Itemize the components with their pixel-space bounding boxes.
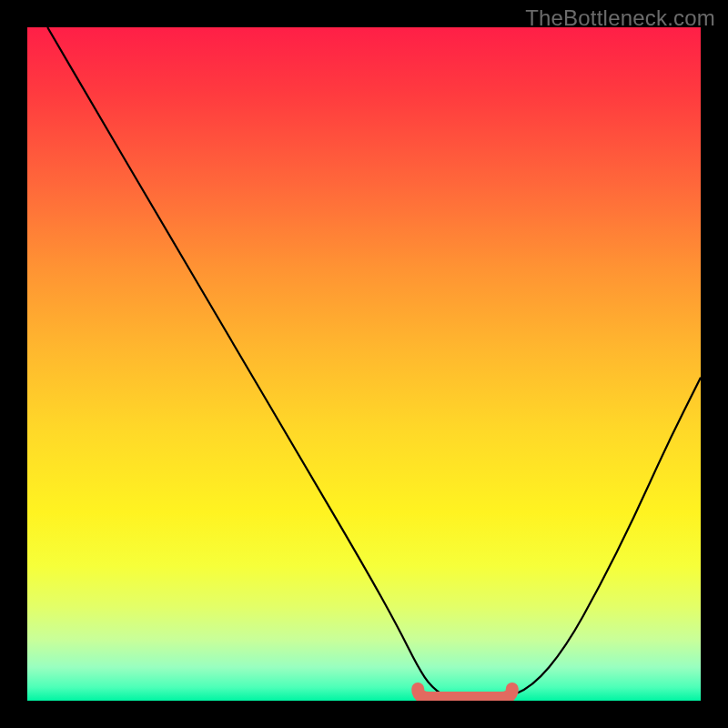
watermark-label: TheBottleneck.com xyxy=(525,5,715,31)
plot-inner xyxy=(27,27,701,701)
plot-area xyxy=(27,27,701,701)
bottleneck-curve-line xyxy=(47,27,701,701)
chart-frame: TheBottleneck.com xyxy=(0,0,728,728)
curve-svg xyxy=(27,27,701,701)
valley-flat-marker xyxy=(418,689,512,698)
